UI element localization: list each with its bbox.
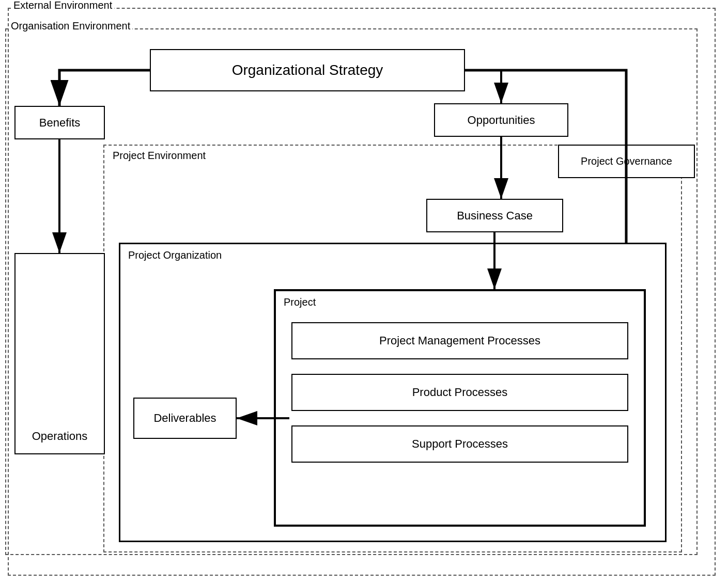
product-processes-label: Product Processes [412, 386, 508, 399]
project-governance-box: Project Governance [558, 145, 695, 178]
project-governance-label: Project Governance [581, 155, 672, 167]
opportunities-label: Opportunities [468, 114, 535, 127]
project-inner-box: Project Project Management Processes Pro… [274, 289, 646, 527]
support-processes-box: Support Processes [291, 425, 628, 463]
benefits-label: Benefits [39, 116, 81, 130]
operations-box: Operations [14, 253, 105, 454]
benefits-box: Benefits [14, 106, 105, 139]
business-case-label: Business Case [457, 209, 533, 223]
project-environment-label: Project Environment [111, 150, 208, 162]
project-management-processes-box: Project Management Processes [291, 322, 628, 359]
organizational-strategy-box: Organizational Strategy [150, 49, 465, 91]
external-environment-label: External Environment [11, 0, 114, 11]
opportunities-box: Opportunities [434, 103, 568, 137]
operations-label: Operations [32, 430, 88, 443]
project-organization-label: Project Organization [128, 249, 222, 261]
product-processes-box: Product Processes [291, 374, 628, 411]
deliverables-label: Deliverables [153, 412, 216, 425]
project-label: Project [284, 296, 316, 308]
organisation-environment-label: Organisation Environment [9, 20, 132, 32]
diagram-container: External Environment Organisation Enviro… [0, 0, 728, 585]
organizational-strategy-label: Organizational Strategy [232, 62, 383, 78]
business-case-box: Business Case [426, 199, 563, 232]
support-processes-label: Support Processes [412, 437, 508, 451]
deliverables-box: Deliverables [133, 398, 237, 439]
project-management-processes-label: Project Management Processes [379, 334, 540, 347]
